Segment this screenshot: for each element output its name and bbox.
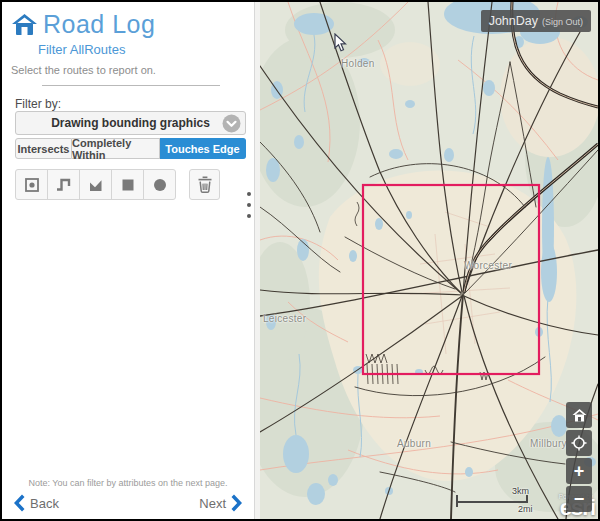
clear-graphics-button[interactable] (189, 169, 220, 200)
page-title: Road Log (43, 10, 155, 39)
divider-line (42, 85, 220, 86)
next-button[interactable]: Next (199, 493, 245, 513)
locate-button[interactable] (566, 430, 592, 456)
locate-icon (571, 435, 587, 451)
user-name: JohnDay (489, 10, 538, 32)
filter-method-dropdown[interactable]: Drawing bounding graphics (15, 111, 246, 135)
polygon-icon (88, 177, 104, 193)
map-view[interactable]: Holden Worcester Leicester Auburn Millbu… (260, 2, 598, 519)
chevron-left-icon (11, 493, 25, 513)
home-icon (572, 408, 587, 422)
draw-circle-button[interactable] (143, 169, 176, 200)
plus-icon: + (574, 462, 585, 480)
home-extent-button[interactable] (566, 402, 592, 428)
footer-note: Note: You can filter by attributes on th… (2, 478, 254, 488)
trash-icon (196, 175, 214, 194)
breadcrumb-filter-link[interactable]: Filter AllRoutes (38, 42, 125, 57)
dropdown-value: Drawing bounding graphics (51, 116, 210, 130)
back-label: Back (30, 496, 59, 511)
spatial-relation-tabs: Intersects Completely Within Touches Edg… (15, 138, 246, 159)
app-header: Road Log (11, 10, 155, 39)
app-window: Road Log Filter AllRoutes Select the rou… (0, 0, 600, 521)
zoom-out-button[interactable]: − (566, 486, 592, 512)
home-icon (11, 12, 38, 37)
circle-icon (153, 178, 167, 192)
user-signout-button[interactable]: JohnDay (Sign Out) (481, 10, 591, 32)
draw-point-button[interactable] (15, 169, 48, 200)
basemap-canvas[interactable] (260, 2, 598, 519)
minus-icon: − (574, 490, 585, 508)
sidebar-panel: Road Log Filter AllRoutes Select the rou… (2, 2, 254, 519)
panel-divider (254, 2, 260, 519)
draw-rectangle-button[interactable] (111, 169, 144, 200)
point-icon (23, 176, 41, 194)
chevron-down-icon (222, 114, 241, 137)
draw-toolbar (15, 169, 220, 200)
draw-polyline-button[interactable] (47, 169, 80, 200)
instruction-text: Select the routes to report on. (11, 64, 156, 76)
polyline-icon (56, 176, 72, 193)
sign-out-label: (Sign Out) (542, 17, 583, 27)
panel-resize-handle[interactable] (247, 192, 251, 218)
zoom-in-button[interactable]: + (566, 458, 592, 484)
filter-by-label: Filter by: (15, 97, 61, 111)
draw-polygon-button[interactable] (79, 169, 112, 200)
tab-touches-edge[interactable]: Touches Edge (160, 138, 246, 159)
back-button[interactable]: Back (11, 493, 59, 513)
tab-completely-within[interactable]: Completely Within (72, 138, 160, 159)
chevron-right-icon (231, 493, 245, 513)
next-label: Next (199, 496, 226, 511)
rectangle-icon (121, 178, 135, 192)
tab-intersects[interactable]: Intersects (15, 138, 72, 159)
